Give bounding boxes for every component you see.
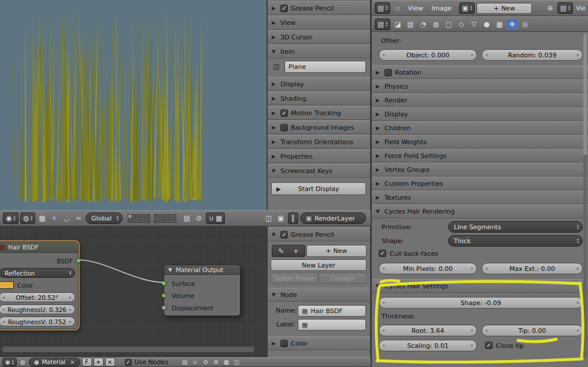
panel-header-custom-properties[interactable]: ▶ Custom Properties bbox=[372, 177, 588, 190]
root-slider[interactable]: ◂ Root: 3.64 ▸ bbox=[379, 325, 477, 336]
tab-render[interactable]: ◪ bbox=[392, 19, 403, 30]
viewport-shading-button[interactable]: ◍ ▴▾ bbox=[20, 212, 36, 224]
panel-header-display[interactable]: ▶ Display bbox=[268, 77, 370, 91]
pivot-point-button[interactable]: ▦ bbox=[37, 212, 47, 224]
displacement-input-socket[interactable] bbox=[161, 305, 167, 310]
object-name-field[interactable]: Plane bbox=[284, 61, 366, 73]
proportional-edit-button[interactable]: ⊘ bbox=[194, 212, 204, 224]
panel-header-screencast-keys[interactable]: ▼ Screencast Keys bbox=[268, 164, 370, 178]
material-selector[interactable]: ● Material × bbox=[29, 358, 80, 366]
tab-material[interactable]: ● bbox=[481, 19, 492, 30]
menu-view-clipped[interactable]: View bbox=[575, 5, 585, 12]
shader-type-button[interactable]: ◍ bbox=[19, 358, 27, 366]
tab-world[interactable]: ◍ bbox=[430, 19, 441, 30]
panel-header-node[interactable]: ▼ Node bbox=[268, 288, 370, 302]
panel-header-force-field-settings[interactable]: ▶ Force Field Settings bbox=[372, 149, 588, 163]
editor-type-button-2[interactable]: ▤ ▴▾ bbox=[557, 2, 573, 14]
delete-frame-button[interactable]: Delete Frame bbox=[271, 273, 318, 284]
panel-header-item[interactable]: ▼ Item bbox=[268, 45, 370, 58]
panel-header-color[interactable]: ▶ Color bbox=[268, 336, 370, 350]
tab-object-data[interactable]: ▽ bbox=[468, 19, 479, 30]
panel-header-cycles-hair-settings[interactable]: ▼ Cycles Hair Settings bbox=[372, 279, 588, 293]
tip-slider[interactable]: ◂ Tip: 0.00 ▸ bbox=[482, 325, 583, 336]
panel-header-view[interactable]: ▶ View bbox=[268, 16, 370, 30]
min-pixels-slider[interactable]: ◂ Min Pixels: 0.00 ▸ bbox=[379, 263, 477, 274]
material-output-node-header[interactable]: ▼ Material Output bbox=[164, 265, 240, 275]
header-collapse-button[interactable]: ○ bbox=[392, 2, 402, 14]
opengl-render-button[interactable]: ◫ bbox=[264, 212, 274, 224]
panel-header-rotation[interactable]: ▶ Rotation bbox=[372, 65, 588, 79]
hair-bsdf-node-header[interactable]: Hair BSDF bbox=[0, 242, 78, 253]
offset-slider[interactable]: ◂ Offset: 20.52° ▸ bbox=[0, 292, 75, 302]
tab-scene[interactable]: ◔ bbox=[417, 19, 428, 30]
layers-widget-2[interactable] bbox=[154, 214, 176, 223]
manipulator-scale-button[interactable]: ≈ bbox=[73, 212, 84, 224]
grease-pencil-checkbox[interactable]: ✓ bbox=[280, 231, 288, 238]
editor-type-button[interactable]: ◉ ▴▾ bbox=[3, 212, 19, 224]
bsdf-output-socket[interactable] bbox=[76, 258, 81, 263]
roughness-u-slider[interactable]: ◂ RoughnessU: 0.326 ▸ bbox=[0, 304, 75, 314]
pin-button[interactable]: ⊕ bbox=[545, 2, 556, 14]
random-slider[interactable]: ◂ Random: 0.039 ▸ bbox=[482, 49, 583, 61]
material-output-node[interactable]: ▼ Material Output Surface Volume Displac… bbox=[164, 265, 241, 316]
volume-input-socket[interactable] bbox=[161, 293, 167, 298]
shape-dropdown[interactable]: Thick ▴▾ bbox=[448, 235, 583, 247]
snap-button[interactable]: ∪ bbox=[191, 358, 199, 366]
layers-widget-1[interactable] bbox=[128, 214, 150, 223]
max-ext-slider[interactable]: ◂ Max Ext.: 0.00 ▸ bbox=[482, 263, 583, 274]
orientation-dropdown[interactable]: Global ▴▾ bbox=[86, 212, 123, 224]
tab-constraints[interactable]: ◇ bbox=[456, 19, 467, 30]
grease-pencil-draw-button[interactable]: ✎ + bbox=[272, 245, 305, 257]
background-images-checkbox[interactable] bbox=[280, 124, 288, 131]
component-dropdown[interactable]: Reflection ▴▾ bbox=[0, 268, 75, 278]
tab-particles[interactable]: ✳ bbox=[506, 19, 517, 30]
tab-render-layers[interactable]: ▤ bbox=[405, 19, 416, 30]
new-layer-button[interactable]: New Layer bbox=[271, 259, 367, 271]
close-tip-checkbox[interactable]: ✓ bbox=[485, 342, 493, 349]
object-slider[interactable]: ◂ Object: 0.000 ▸ bbox=[379, 49, 477, 61]
panel-header-vertex-groups[interactable]: ▶ Vertex Groups bbox=[372, 163, 588, 177]
panel-header-field-weights[interactable]: ▶ Field Weights bbox=[372, 135, 588, 149]
panel-header-properties[interactable]: ▶ Properties bbox=[268, 149, 370, 163]
tab-texture[interactable]: ▦ bbox=[494, 19, 505, 30]
properties-scrollbar[interactable] bbox=[583, 34, 587, 358]
panel-header-background-images[interactable]: ▶ Background Images bbox=[268, 120, 370, 134]
cull-backfaces-checkbox[interactable]: ✓ bbox=[379, 249, 386, 257]
rotation-checkbox[interactable] bbox=[384, 69, 392, 76]
render-layer-selector[interactable]: ▣ RenderLayer bbox=[300, 212, 366, 224]
color-checkbox[interactable] bbox=[280, 340, 288, 347]
panel-header-grease-pencil[interactable]: ▶ ✓ Grease Pencil bbox=[268, 1, 370, 15]
unlink-material-button[interactable]: × bbox=[105, 358, 115, 366]
new-image-button[interactable]: + New bbox=[476, 3, 532, 14]
panel-header-textures[interactable]: ▶ Textures bbox=[372, 190, 588, 204]
shape-slider[interactable]: ◂ Shape: -0.09 ▸ bbox=[379, 297, 583, 309]
panel-header-display[interactable]: ▶ Display bbox=[372, 107, 588, 121]
primitive-dropdown[interactable]: Line Segments ▴▾ bbox=[448, 221, 583, 233]
properties-scrollbar-thumb[interactable] bbox=[583, 34, 587, 155]
editor-type-button[interactable]: ▤ ▴▾ bbox=[375, 2, 390, 14]
node-label-field[interactable]: ▦ bbox=[298, 319, 366, 331]
tab-physics[interactable]: ◎ bbox=[519, 19, 530, 30]
surface-input-socket[interactable] bbox=[161, 281, 167, 286]
hair-bsdf-node[interactable]: Hair BSDF BSDF Reflection ▴▾ Color ◂ Off… bbox=[0, 241, 79, 329]
manipulator-rotate-button[interactable]: ◡ bbox=[61, 212, 72, 224]
panel-header-grease-pencil-node[interactable]: ▼ ✓ Grease Pencil bbox=[268, 227, 370, 241]
proportional-button[interactable]: ⊘ bbox=[201, 358, 210, 366]
node-name-field[interactable]: ▦ Hair BSDF bbox=[298, 305, 366, 317]
snap-target-button[interactable]: ▤ bbox=[180, 358, 189, 366]
hair-color-swatch[interactable] bbox=[0, 281, 14, 289]
backdrop-button[interactable]: ▦ bbox=[222, 358, 231, 366]
panel-header-children[interactable]: ▶ Children bbox=[372, 121, 588, 135]
node-horizontal-scrollbar[interactable] bbox=[2, 346, 255, 353]
fake-user-button[interactable]: F bbox=[82, 358, 92, 366]
close-icon[interactable]: × bbox=[70, 359, 75, 365]
opengl-anim-button[interactable]: ▣ bbox=[276, 212, 286, 224]
panel-header-cycles-hair-rendering[interactable]: ▼ Cycles Hair Rendering bbox=[372, 204, 588, 218]
use-nodes-checkbox[interactable]: ✓ bbox=[125, 359, 132, 366]
scaling-slider[interactable]: ◂ Scaling: 0.01 ▸ bbox=[379, 340, 477, 351]
add-material-button[interactable]: + bbox=[94, 358, 103, 366]
motion-tracking-checkbox[interactable]: ✓ bbox=[280, 109, 288, 117]
snap-button[interactable]: ∪ ▦ bbox=[206, 212, 225, 224]
tab-object[interactable]: ▢ bbox=[443, 19, 454, 30]
grease-pencil-checkbox[interactable]: ✓ bbox=[280, 5, 288, 12]
